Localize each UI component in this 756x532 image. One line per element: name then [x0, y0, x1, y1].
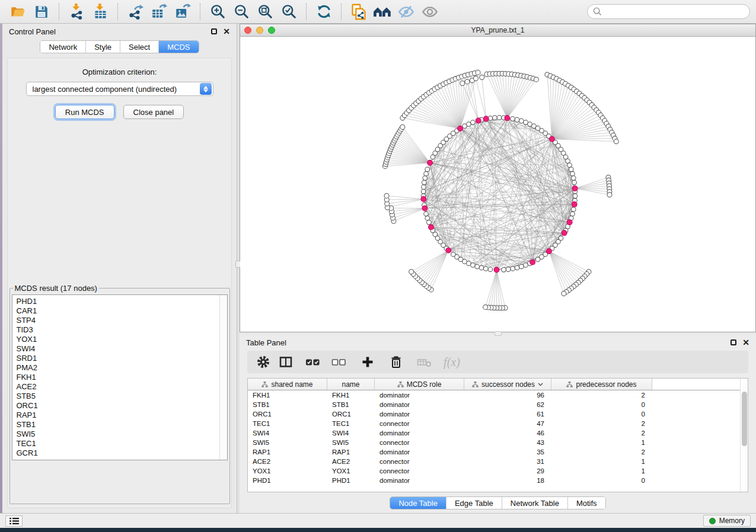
save-session-icon[interactable]: [32, 3, 51, 21]
clone-network-icon[interactable]: [349, 3, 368, 21]
mcds-result-item[interactable]: TID3: [17, 325, 215, 335]
import-network-icon[interactable]: [67, 3, 86, 21]
mcds-result-item[interactable]: ACE2: [17, 382, 215, 392]
scrollbar-thumb[interactable]: [742, 392, 747, 446]
mcds-result-item[interactable]: SRD1: [17, 354, 215, 363]
maximize-window-icon[interactable]: [268, 27, 275, 34]
mcds-result-item[interactable]: YOX1: [17, 335, 215, 344]
table-cell: connector: [375, 458, 464, 465]
search-input[interactable]: [605, 7, 744, 16]
table-row[interactable]: STB1STB1dominator620: [248, 400, 740, 409]
close-panel-button[interactable]: Close panel: [123, 105, 184, 119]
zoom-selected-icon[interactable]: [279, 3, 298, 21]
tab-motifs[interactable]: Motifs: [568, 497, 605, 509]
zoom-in-icon[interactable]: [208, 3, 227, 21]
delete-table-icon[interactable]: [416, 354, 433, 370]
tab-edge-table[interactable]: Edge Table: [446, 497, 502, 509]
vertical-splitter[interactable]: [237, 24, 240, 513]
table-row[interactable]: ORC1ORC1dominator610: [248, 409, 740, 419]
close-panel-icon[interactable]: ✕: [742, 339, 749, 345]
network-canvas[interactable]: [240, 37, 755, 332]
table-cell: 31: [464, 458, 551, 465]
splitter-grip[interactable]: [495, 331, 502, 336]
zoom-out-icon[interactable]: [232, 3, 251, 21]
memory-status-icon: [709, 518, 716, 524]
column-header-name[interactable]: name: [327, 379, 375, 390]
table-row[interactable]: YOX1YOX1connector291: [248, 466, 740, 476]
tab-select[interactable]: Select: [120, 41, 159, 53]
mcds-result-item[interactable]: SWI5: [17, 430, 215, 439]
mcds-result-item[interactable]: ORC1: [17, 401, 215, 411]
mcds-result-item[interactable]: STB5: [17, 392, 215, 401]
table-row[interactable]: PHD1PHD1dominator180: [248, 476, 740, 485]
refresh-layout-icon[interactable]: [314, 3, 333, 21]
unselect-all-columns-icon[interactable]: [330, 354, 348, 370]
sort-desc-icon: [538, 383, 543, 386]
select-all-columns-icon[interactable]: [304, 354, 322, 370]
tab-node-table[interactable]: Node Table: [390, 497, 446, 509]
mcds-result-item[interactable]: TEC1: [17, 439, 215, 448]
float-panel-icon[interactable]: [731, 339, 736, 345]
delete-columns-icon[interactable]: [387, 354, 405, 370]
open-session-icon[interactable]: [8, 3, 27, 21]
minimize-window-icon[interactable]: [256, 27, 263, 34]
create-column-icon[interactable]: [359, 354, 377, 370]
mcds-result-item[interactable]: GCR1: [17, 448, 215, 458]
import-table-icon[interactable]: [91, 3, 110, 21]
show-all-icon[interactable]: [420, 3, 439, 21]
tab-network[interactable]: Network: [40, 41, 86, 53]
float-panel-icon[interactable]: [211, 28, 217, 34]
mcds-result-item[interactable]: STP4: [17, 316, 215, 325]
hide-selected-icon[interactable]: [397, 3, 416, 21]
mcds-result-item[interactable]: PMA2: [17, 363, 215, 373]
tab-mcds[interactable]: MCDS: [159, 41, 198, 53]
column-header-shared-name[interactable]: shared name: [248, 379, 327, 390]
mcds-result-item[interactable]: PHD1: [17, 297, 215, 306]
close-window-icon[interactable]: [244, 27, 251, 34]
optimization-criterion-select[interactable]: largest connected component (undirected): [26, 82, 213, 96]
network-graph[interactable]: [240, 37, 755, 332]
table-row[interactable]: SWI5SWI5connector431: [248, 438, 740, 447]
tab-network-table[interactable]: Network Table: [502, 497, 568, 509]
table-scrollbar[interactable]: [740, 379, 748, 492]
memory-button[interactable]: Memory: [703, 515, 751, 527]
table-row[interactable]: FKH1FKH1dominator962: [248, 390, 740, 400]
column-header-MCDS-role[interactable]: MCDS role: [375, 379, 464, 390]
table-row[interactable]: TEC1TEC1connector472: [248, 419, 740, 428]
close-panel-icon[interactable]: ✕: [223, 28, 230, 34]
export-table-icon[interactable]: [149, 3, 168, 21]
column-header-predecessor-nodes[interactable]: predecessor nodes: [551, 379, 652, 390]
run-mcds-button[interactable]: Run MCDS: [55, 105, 114, 119]
mcds-result-scrollbar[interactable]: [219, 295, 227, 460]
table-cell: dominator: [375, 392, 464, 399]
search-box[interactable]: [587, 4, 750, 19]
table-cell: 96: [464, 392, 551, 399]
export-image-icon[interactable]: [173, 3, 192, 21]
mcds-tab-content: Optimization criterion: largest connecte…: [7, 57, 232, 508]
table-row[interactable]: ACE2ACE2connector311: [248, 457, 740, 466]
main-toolbar: [0, 0, 756, 24]
tab-style[interactable]: Style: [86, 41, 120, 53]
optimization-criterion-label: Optimization criterion:: [82, 68, 157, 76]
panel-menu-button[interactable]: [5, 515, 23, 527]
table-cell: dominator: [375, 401, 464, 408]
network-window-titlebar[interactable]: YPA_prune.txt_1: [240, 24, 755, 37]
mcds-result-item[interactable]: SWI4: [17, 344, 215, 354]
function-builder-icon[interactable]: f(x): [443, 354, 461, 370]
mcds-result-item[interactable]: CAR1: [17, 306, 215, 316]
table-options-icon[interactable]: [254, 354, 272, 370]
first-neighbors-icon[interactable]: [373, 3, 392, 21]
table-row[interactable]: RAP1RAP1dominator352: [248, 447, 740, 457]
mcds-result-item[interactable]: RAP1: [17, 411, 215, 420]
mcds-result-item[interactable]: FKH1: [17, 373, 215, 382]
table-row[interactable]: SWI4SWI4dominator462: [248, 428, 740, 438]
zoom-fit-icon[interactable]: [256, 3, 275, 21]
mcds-result-item[interactable]: STB1: [17, 420, 215, 430]
show-column-panel-icon[interactable]: [277, 354, 295, 370]
export-network-icon[interactable]: [126, 3, 145, 21]
table-cell: 2: [551, 448, 652, 456]
horizontal-splitter[interactable]: [240, 332, 756, 335]
table-panel: Table Panel ✕: [240, 335, 756, 513]
table-cell: RAP1: [248, 448, 327, 456]
column-header-successor-nodes[interactable]: successor nodes: [464, 379, 551, 390]
